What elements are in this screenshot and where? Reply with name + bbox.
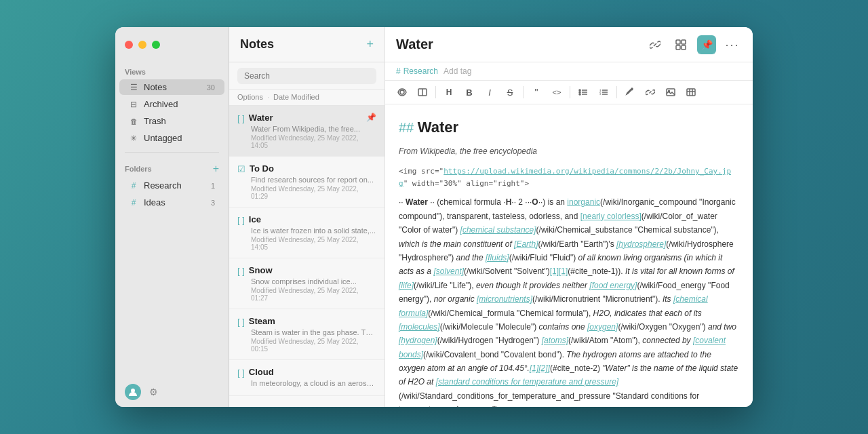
editor: Water 📌 — [385, 27, 753, 407]
archived-icon: ⊟ — [129, 100, 138, 109]
sort-label[interactable]: Date Modified — [273, 93, 319, 101]
notes-scroll: [ ] Water 📌 Water From Wikipedia, the fr… — [229, 106, 384, 407]
note-date: Modified Wednesday, 25 May 2022, 14:05 — [251, 134, 376, 149]
note-bracket: [ ] — [237, 215, 245, 225]
note-item-steam[interactable]: [ ] Steam Steam is water in the gas phas… — [229, 309, 384, 360]
note-preview: Find research sources for report on... — [251, 176, 376, 184]
svg-rect-2 — [682, 40, 686, 44]
sidebar-divider — [125, 152, 219, 153]
img-code-line: <img src="https://upload.wikimedia.org/w… — [399, 165, 739, 190]
note-preview: Snow comprises individual ice... — [251, 277, 376, 285]
toolbar-separator-4 — [616, 86, 617, 98]
sidebar-item-research[interactable]: # Research 1 — [119, 178, 224, 193]
sidebar-notes-label: Notes — [144, 82, 201, 92]
note-preview: In meteorology, a cloud is an aeroso... — [251, 379, 376, 387]
quote-button[interactable]: " — [528, 83, 545, 101]
note-list: Notes + Options · Date Modified [ ] Wate… — [229, 27, 385, 407]
svg-point-9 — [579, 90, 580, 91]
sidebar-archived-label: Archived — [144, 99, 215, 109]
italic-button[interactable]: I — [481, 83, 498, 101]
add-folder-button[interactable]: + — [213, 163, 219, 174]
ideas-folder-icon: # — [129, 198, 138, 208]
note-preview: Water From Wikipedia, the free... — [251, 125, 376, 133]
note-bracket: [ ] — [237, 368, 245, 378]
svg-rect-4 — [682, 45, 686, 50]
pin-icon: 📌 — [366, 113, 376, 122]
tag-label: Research — [403, 66, 438, 76]
strikethrough-button[interactable]: S — [501, 83, 519, 101]
toolbar-separator-3 — [570, 86, 570, 98]
note-title: Water — [249, 113, 362, 123]
untagged-icon: ✳ — [129, 134, 138, 143]
pen-button[interactable] — [621, 83, 639, 101]
note-title: Ice — [249, 214, 376, 224]
image-button[interactable] — [662, 83, 679, 101]
split-view-button[interactable] — [414, 83, 431, 101]
note-bracket: [ ] — [237, 317, 245, 327]
note-item-ice[interactable]: [ ] Ice Ice is water frozen into a solid… — [229, 208, 384, 258]
search-input[interactable] — [237, 68, 376, 84]
folders-label: Folders — [125, 165, 152, 173]
preview-button[interactable] — [393, 83, 411, 101]
toolbar-separator-2 — [523, 86, 524, 98]
add-tag-button[interactable]: Add tag — [443, 66, 471, 76]
titlebar — [115, 27, 229, 62]
note-title: Snow — [249, 265, 376, 275]
note-item-todo[interactable]: ☑ To Do Find research sources for report… — [229, 157, 384, 208]
notes-badge: 30 — [207, 83, 215, 92]
folders-header: Folders + — [115, 158, 229, 177]
sidebar-item-notes[interactable]: ☰ Notes 30 — [119, 79, 224, 95]
note-date: Modified Wednesday, 25 May 2022, 00:15 — [251, 338, 376, 353]
options-label[interactable]: Options — [237, 93, 263, 101]
editor-title: Water — [396, 37, 433, 52]
note-item-cloud[interactable]: [ ] Cloud In meteorology, a cloud is an … — [229, 360, 384, 396]
editor-content-area[interactable]: ## Water From Wikipedia, the free encycl… — [385, 104, 753, 407]
minimize-button[interactable] — [138, 41, 146, 49]
views-label: Views — [115, 62, 229, 79]
sidebar-ideas-label: Ideas — [144, 197, 205, 208]
svg-point-13 — [579, 94, 580, 95]
sidebar-item-untagged[interactable]: ✳ Untagged — [119, 130, 224, 146]
new-note-button[interactable]: + — [366, 37, 374, 52]
link-button[interactable] — [642, 83, 659, 101]
note-title: To Do — [250, 163, 376, 174]
editor-header: Water 📌 — [385, 27, 753, 62]
link-action-button[interactable] — [646, 35, 665, 54]
svg-rect-1 — [676, 40, 680, 44]
sidebar-item-archived[interactable]: ⊟ Archived — [119, 96, 224, 112]
note-item-snow[interactable]: [ ] Snow Snow comprises individual ice..… — [229, 258, 384, 309]
note-list-title: Notes — [240, 37, 274, 52]
tag-research[interactable]: # Research — [396, 66, 438, 76]
research-folder-icon: # — [129, 181, 138, 191]
heading-button[interactable]: H — [440, 83, 458, 101]
tag-hash-icon: # — [396, 66, 401, 76]
sidebar-bottom: ⚙ — [115, 377, 229, 407]
note-list-options: Options · Date Modified — [229, 90, 384, 106]
grid-action-button[interactable] — [671, 35, 690, 54]
code-button[interactable]: <> — [548, 83, 566, 101]
svg-point-5 — [400, 90, 404, 94]
sidebar-item-ideas[interactable]: # Ideas 3 — [119, 195, 224, 210]
unordered-list-button[interactable] — [574, 83, 592, 101]
notes-icon: ☰ — [129, 83, 138, 92]
sidebar-item-trash[interactable]: 🗑 Trash — [119, 113, 224, 129]
editor-toolbar: H B I S " <> 1 2 — [385, 81, 753, 104]
close-button[interactable] — [125, 41, 133, 49]
ideas-badge: 3 — [211, 199, 215, 207]
note-date: Modified Wednesday, 25 May 2022, 01:29 — [251, 185, 376, 200]
note-list-header: Notes + — [229, 27, 384, 62]
note-item-water[interactable]: [ ] Water 📌 Water From Wikipedia, the fr… — [229, 106, 384, 157]
bold-button[interactable]: B — [460, 83, 478, 101]
table-button[interactable] — [682, 83, 700, 101]
subtitle-content: From Wikipedia, the free encyclopedia — [399, 146, 537, 156]
more-action-button[interactable]: ··· — [723, 35, 742, 54]
maximize-button[interactable] — [152, 41, 160, 49]
note-date: Modified Wednesday, 25 May 2022, 14:05 — [251, 236, 376, 251]
options-separator: · — [267, 93, 269, 101]
note-search-container — [229, 62, 384, 90]
avatar[interactable] — [125, 384, 141, 400]
settings-icon[interactable]: ⚙ — [149, 387, 158, 397]
ordered-list-button[interactable]: 1 2 3 — [595, 83, 612, 101]
sidebar-untagged-label: Untagged — [144, 133, 215, 143]
pin-action-button[interactable]: 📌 — [697, 35, 716, 54]
